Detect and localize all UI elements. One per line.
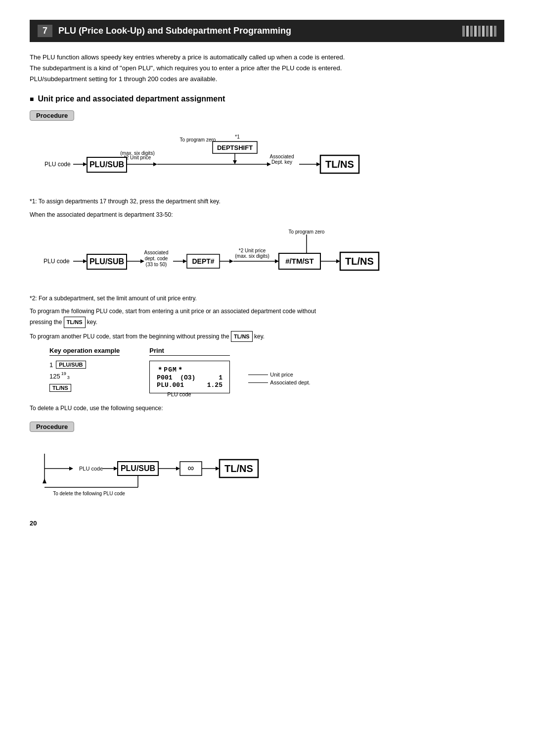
svg-text:DEPTSHIFT: DEPTSHIFT	[217, 144, 253, 151]
note3: To program the following PLU code, start…	[30, 306, 504, 328]
page-number: 20	[30, 520, 504, 527]
svg-text:*1: *1	[235, 134, 240, 140]
delete-diagram-svg: PLU code PLU/SUB ∞ TL/NS To delete the f…	[30, 444, 376, 498]
svg-marker-32	[140, 259, 144, 263]
note1: *1: To assign departments 17 through 32,…	[30, 196, 504, 206]
section1-title: Unit price and associated department ass…	[30, 94, 504, 103]
svg-marker-63	[176, 467, 180, 471]
svg-text:PLU/SUB: PLU/SUB	[121, 464, 155, 472]
diagram1: PLU code PLU/SUB *2 Unit price (max. six…	[30, 133, 504, 189]
print-line1: ＊PGM＊	[157, 365, 222, 374]
key-op-line2-num: 125	[49, 373, 60, 380]
svg-text:To delete the following PLU co: To delete the following PLU code	[53, 491, 125, 496]
svg-text:To delete another PLU code: To delete another PLU code	[108, 498, 169, 498]
svg-text:Associated: Associated	[144, 250, 169, 255]
svg-text:DEPT#: DEPT#	[192, 257, 214, 265]
print-line3: PLU.001 1.25	[157, 381, 222, 389]
svg-text:PLU/SUB: PLU/SUB	[89, 257, 124, 266]
chapter-number: 7	[38, 25, 52, 37]
tlns-inline-key-1: TL/NS	[64, 317, 86, 328]
svg-marker-18	[267, 162, 271, 166]
svg-marker-59	[114, 467, 118, 471]
tlns-key: TL/NS	[49, 384, 71, 392]
diagram2-svg: To program zero PLU code PLU/SUB Associa…	[30, 225, 455, 284]
svg-marker-47	[275, 259, 279, 263]
key-op-title: Key operation example	[49, 347, 120, 356]
svg-text:∞: ∞	[188, 463, 194, 473]
svg-text:TL/NS: TL/NS	[345, 256, 374, 267]
procedure-badge-2: Procedure	[30, 422, 74, 439]
plusub-key: PLU/SUB	[56, 361, 86, 369]
page-title: PLU (Price Look-Up) and Subdepartment Pr…	[58, 26, 291, 36]
diagram2: To program zero PLU code PLU/SUB Associa…	[30, 225, 504, 285]
svg-text:(33 to 50): (33 to 50)	[146, 262, 167, 267]
svg-text:Associated: Associated	[270, 154, 294, 159]
svg-marker-6	[153, 162, 157, 166]
svg-marker-2	[83, 162, 87, 166]
delete-intro: To delete a PLU code, use the following …	[30, 403, 504, 413]
svg-text:TL/NS: TL/NS	[325, 159, 354, 170]
key-op-col: Key operation example 1 PLU/SUB 125 19 3…	[49, 347, 120, 392]
print-title: Print	[149, 347, 230, 356]
intro-text: The PLU function allows speedy key entri…	[30, 52, 504, 85]
tlns-inline-key-2: TL/NS	[231, 331, 253, 342]
svg-text:Dept. key: Dept. key	[271, 159, 292, 165]
svg-text:PLU code: PLU code	[79, 466, 103, 472]
svg-text:TL/NS: TL/NS	[224, 463, 253, 474]
key-op-sup: 19	[61, 371, 66, 376]
svg-marker-28	[83, 259, 87, 263]
svg-text:PLU code: PLU code	[44, 161, 71, 168]
svg-marker-41	[229, 259, 233, 263]
svg-marker-14	[233, 160, 237, 164]
print-example: ＊PGM＊ P001 (O3) 1 PLU.001 1.25	[149, 361, 230, 393]
note2: *2: For a subdepartment, set the limit a…	[30, 293, 504, 303]
key-op-section: Key operation example 1 PLU/SUB 125 19 3…	[49, 347, 504, 393]
diagram1-svg: PLU code PLU/SUB *2 Unit price (max. six…	[30, 133, 435, 187]
note4: To program another PLU code, start from …	[30, 331, 504, 342]
delete-diagram: PLU code PLU/SUB ∞ TL/NS To delete the f…	[30, 444, 504, 500]
svg-text:(max. six digits): (max. six digits)	[120, 150, 154, 156]
note-dept33-intro: When the associated department is depart…	[30, 210, 504, 220]
svg-marker-72	[43, 478, 46, 483]
svg-text:To program zero: To program zero	[289, 229, 325, 235]
print-line2: P001 (O3) 1	[157, 374, 222, 381]
svg-text:To program zero: To program zero	[180, 137, 216, 142]
page-title-bar: 7 PLU (Price Look-Up) and Subdepartment …	[30, 20, 504, 42]
svg-text:#/TM/ST: #/TM/ST	[285, 257, 314, 265]
unit-price-label: Unit price	[270, 372, 293, 378]
svg-text:(max. six digits): (max. six digits)	[235, 253, 269, 259]
svg-marker-37	[183, 259, 187, 263]
key-op-line1-num: 1	[49, 361, 53, 369]
print-col: Print ＊PGM＊ P001 (O3) 1 PLU.001 1.25 Uni…	[149, 347, 230, 393]
key-op-sub: 3	[67, 375, 70, 380]
svg-text:PLU code: PLU code	[44, 258, 70, 265]
svg-text:PLU/SUB: PLU/SUB	[89, 160, 124, 169]
svg-text:*2 Unit price: *2 Unit price	[239, 248, 266, 253]
plu-code-label: PLU code	[167, 391, 191, 397]
svg-text:dept. code: dept. code	[145, 256, 168, 261]
title-stripes	[462, 26, 496, 37]
assoc-dept-label: Associated dept.	[270, 379, 310, 385]
procedure-badge-1: Procedure	[30, 110, 504, 128]
svg-marker-56	[69, 467, 73, 471]
